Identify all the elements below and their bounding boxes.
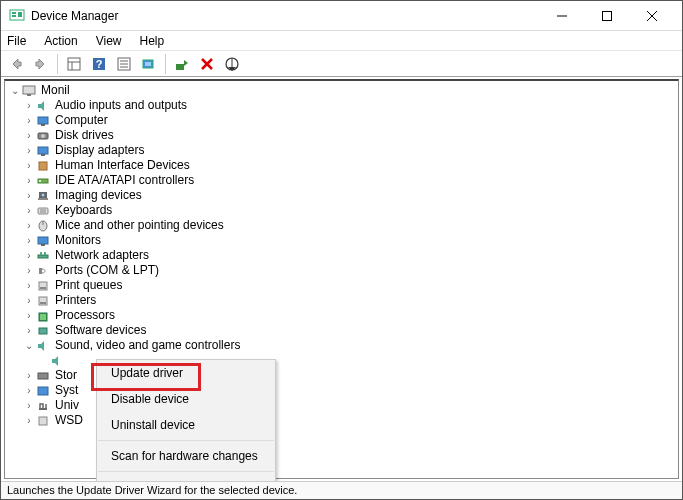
svg-rect-25 <box>38 117 48 124</box>
svg-rect-18 <box>145 62 151 66</box>
minimize-button[interactable] <box>539 1 584 30</box>
close-button[interactable] <box>629 1 674 30</box>
svg-rect-1 <box>12 12 16 14</box>
chevron-icon[interactable]: › <box>23 398 35 413</box>
category-icon <box>35 234 51 248</box>
chevron-icon[interactable]: › <box>23 323 35 338</box>
maximize-button[interactable] <box>584 1 629 30</box>
category-label: Imaging devices <box>55 188 142 203</box>
context-separator <box>98 440 274 441</box>
menu-action[interactable]: Action <box>42 34 79 48</box>
tree-category[interactable]: ›Print queues <box>9 278 674 293</box>
context-disable-device[interactable]: Disable device <box>97 386 275 412</box>
chevron-icon[interactable]: › <box>23 113 35 128</box>
chevron-icon[interactable]: › <box>23 218 35 233</box>
category-label: Print queues <box>55 278 122 293</box>
menu-help[interactable]: Help <box>138 34 167 48</box>
chevron-down-icon[interactable]: ⌄ <box>9 83 21 98</box>
tree-category[interactable]: ›Printers <box>9 293 674 308</box>
tree-category[interactable]: ›Disk drives <box>9 128 674 143</box>
back-button[interactable] <box>5 53 27 75</box>
chevron-icon[interactable]: ⌄ <box>23 338 35 353</box>
chevron-icon[interactable]: › <box>23 263 35 278</box>
chevron-icon[interactable]: › <box>23 383 35 398</box>
update-driver-button[interactable] <box>171 53 193 75</box>
show-hide-tree-button[interactable] <box>63 53 85 75</box>
context-scan-hardware[interactable]: Scan for hardware changes <box>97 443 275 469</box>
tree-category[interactable]: ›Ports (COM & LPT) <box>9 263 674 278</box>
tree-category[interactable]: ›Audio inputs and outputs <box>9 98 674 113</box>
category-icon <box>35 189 51 203</box>
category-icon <box>35 309 51 323</box>
tree-category[interactable]: ›Processors <box>9 308 674 323</box>
category-icon <box>35 99 51 113</box>
svg-rect-58 <box>39 417 47 425</box>
svg-rect-44 <box>38 255 48 258</box>
chevron-icon[interactable]: › <box>23 293 35 308</box>
window-controls <box>539 1 674 30</box>
svg-rect-57 <box>39 408 47 410</box>
chevron-icon[interactable]: › <box>23 158 35 173</box>
menu-file[interactable]: File <box>5 34 28 48</box>
category-label: Processors <box>55 308 115 323</box>
tree-category[interactable]: ›Imaging devices <box>9 188 674 203</box>
category-icon <box>35 144 51 158</box>
chevron-icon[interactable]: › <box>23 413 35 428</box>
category-label: Syst <box>55 383 78 398</box>
chevron-icon[interactable]: › <box>23 188 35 203</box>
chevron-icon[interactable]: › <box>23 233 35 248</box>
svg-rect-2 <box>12 15 16 17</box>
tree-category[interactable]: ›Network adapters <box>9 248 674 263</box>
tree-category[interactable]: ›Monitors <box>9 233 674 248</box>
category-label: Software devices <box>55 323 146 338</box>
category-icon <box>35 129 51 143</box>
app-icon <box>9 8 25 24</box>
category-icon <box>35 324 51 338</box>
svg-rect-26 <box>41 124 45 126</box>
context-uninstall-device[interactable]: Uninstall device <box>97 412 275 438</box>
chevron-icon[interactable]: › <box>23 143 35 158</box>
svg-rect-55 <box>38 373 48 379</box>
svg-rect-56 <box>38 387 48 395</box>
forward-button[interactable] <box>30 53 52 75</box>
svg-rect-37 <box>38 208 48 214</box>
chevron-icon[interactable]: › <box>23 128 35 143</box>
uninstall-button[interactable] <box>196 53 218 75</box>
category-label: Disk drives <box>55 128 114 143</box>
scan-button[interactable] <box>138 53 160 75</box>
category-icon <box>35 369 51 383</box>
chevron-icon[interactable]: › <box>23 278 35 293</box>
chevron-icon[interactable]: › <box>23 248 35 263</box>
tree-root[interactable]: ⌄ Monil <box>9 83 674 98</box>
context-menu: Update driver Disable device Uninstall d… <box>96 359 276 500</box>
tree-category[interactable]: ›Computer <box>9 113 674 128</box>
tree-category[interactable]: ›Display adapters <box>9 143 674 158</box>
category-label: Univ <box>55 398 79 413</box>
category-label: Computer <box>55 113 108 128</box>
menu-view[interactable]: View <box>94 34 124 48</box>
titlebar: Device Manager <box>1 1 682 31</box>
chevron-icon[interactable]: › <box>23 98 35 113</box>
help-button[interactable]: ? <box>88 53 110 75</box>
tree-category[interactable]: ›Human Interface Devices <box>9 158 674 173</box>
category-label: WSD <box>55 413 83 428</box>
svg-rect-46 <box>44 252 46 255</box>
chevron-icon[interactable]: › <box>23 173 35 188</box>
category-label: Keyboards <box>55 203 112 218</box>
chevron-icon[interactable]: › <box>23 368 35 383</box>
tree-category[interactable]: ›Keyboards <box>9 203 674 218</box>
tree-category[interactable]: ›Mice and other pointing devices <box>9 218 674 233</box>
tree-category[interactable]: ⌄Sound, video and game controllers <box>9 338 674 353</box>
disable-button[interactable] <box>221 53 243 75</box>
menubar: File Action View Help <box>1 31 682 51</box>
category-icon <box>35 384 51 398</box>
category-icon <box>35 219 51 233</box>
svg-rect-36 <box>38 198 48 200</box>
tree-category[interactable]: ›Software devices <box>9 323 674 338</box>
chevron-icon[interactable]: › <box>23 203 35 218</box>
tree-category[interactable]: ›IDE ATA/ATAPI controllers <box>9 173 674 188</box>
chevron-icon[interactable]: › <box>23 308 35 323</box>
properties-button[interactable] <box>113 53 135 75</box>
category-icon <box>35 114 51 128</box>
context-update-driver[interactable]: Update driver <box>97 360 275 386</box>
